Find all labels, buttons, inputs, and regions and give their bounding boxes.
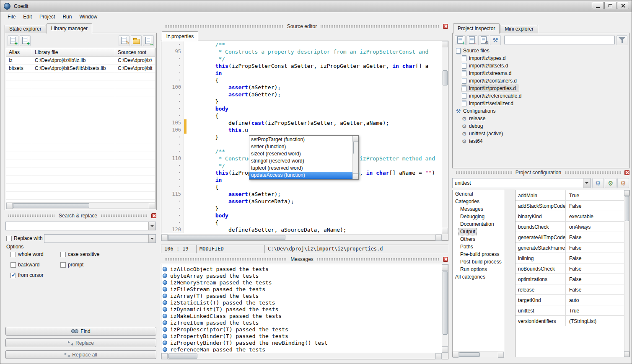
property-value[interactable]: auto	[566, 295, 624, 305]
code-line[interactable]: 105 define(cast(izPropSetter)aSetter, aG…	[161, 119, 442, 126]
maximize-button[interactable]	[604, 2, 616, 9]
messages-close-button[interactable]	[443, 257, 448, 262]
checkbox-box[interactable]	[6, 236, 12, 241]
message-item[interactable]: izStaticList(T) passed the tests	[163, 299, 441, 306]
property-row[interactable]: targetKind auto	[515, 295, 624, 305]
dock-grip[interactable]	[565, 171, 621, 174]
tree-item[interactable]: release	[461, 115, 489, 122]
scroll-left-button[interactable]	[6, 203, 13, 209]
line-number[interactable]: ·	[161, 169, 184, 176]
message-item[interactable]: izAllocObject passed the tests	[163, 266, 441, 272]
property-value[interactable]: False	[566, 274, 624, 284]
code-line[interactable]: 106 this.u	[161, 126, 442, 134]
scroll-right-button[interactable]	[435, 353, 442, 359]
property-row[interactable]: generateStackFrame False	[515, 243, 624, 253]
replace-all-button[interactable]: Replace all	[5, 350, 156, 359]
dock-grip[interactable]	[456, 171, 512, 174]
dropdown-button[interactable]	[148, 222, 155, 230]
code-line[interactable]: · body	[161, 212, 442, 219]
inspector-filter-input[interactable]	[504, 36, 615, 44]
line-number[interactable]: ·	[161, 62, 184, 70]
scroll-right-button[interactable]	[149, 203, 155, 209]
dock-grip[interactable]	[164, 25, 284, 28]
edit-library-button[interactable]	[119, 35, 130, 46]
column-header-library-file[interactable]: Library file	[32, 48, 115, 56]
code-line[interactable]: · */	[161, 55, 442, 62]
property-value[interactable]: False	[566, 232, 624, 242]
right-tab[interactable]: Project inspector	[453, 23, 500, 34]
tree-item[interactable]: import\iz\bitsets.d	[461, 62, 511, 70]
config-category-item[interactable]: Documentation	[458, 220, 496, 228]
editor-vscrollbar[interactable]	[442, 41, 448, 234]
message-item[interactable]: izPropDescriptor(T) passed the tests	[163, 326, 441, 333]
config-category-item[interactable]: Categories	[453, 198, 481, 205]
property-value[interactable]: False	[566, 253, 624, 263]
line-number[interactable]: ·	[161, 141, 184, 148]
scroll-thumb[interactable]	[168, 235, 285, 240]
scroll-thumb[interactable]	[443, 70, 448, 85]
property-grid-vscrollbar[interactable]	[624, 190, 629, 357]
scroll-thumb[interactable]	[353, 142, 354, 154]
tree-item[interactable]: import\iz\containers.d	[461, 77, 520, 85]
line-number[interactable]: ·	[161, 105, 184, 112]
find-button[interactable]: Find	[5, 327, 156, 336]
scroll-left-button[interactable]	[161, 235, 168, 241]
dock-grip[interactable]	[320, 25, 440, 28]
line-number[interactable]: ·	[161, 41, 184, 48]
filter-button[interactable]	[616, 35, 627, 45]
messages-hscrollbar[interactable]	[161, 353, 442, 359]
property-row[interactable]: generateAllTmpCode False	[515, 232, 624, 243]
code-line[interactable]: · }	[161, 98, 442, 105]
right-tab[interactable]: Mini explorer	[500, 25, 538, 33]
completion-scrollbar[interactable]	[352, 136, 358, 179]
property-row[interactable]: addStackStompCode False	[515, 201, 624, 211]
library-table-hscrollbar[interactable]	[6, 202, 155, 209]
search-option-checkbox[interactable]: backward	[10, 262, 60, 268]
menu-item[interactable]: Project	[36, 12, 59, 21]
scroll-thumb[interactable]	[625, 196, 629, 221]
scroll-thumb[interactable]	[459, 352, 480, 357]
add-project-library-button[interactable]	[20, 35, 31, 46]
replace-button[interactable]: Replace	[5, 338, 156, 347]
code-line[interactable]: · {	[161, 183, 442, 191]
completion-item[interactable]: setter (function)	[249, 143, 352, 150]
tree-item[interactable]: import\iz\referencable.d	[461, 92, 525, 100]
checkbox-box[interactable]	[60, 252, 66, 257]
completion-item[interactable]: stringof (reserved word)	[249, 157, 352, 165]
tree-item[interactable]: Configurations	[455, 107, 499, 115]
line-number[interactable]: ·	[161, 98, 184, 105]
config-category-item[interactable]: All categories	[453, 273, 487, 281]
config-category-item[interactable]: Output	[458, 228, 477, 235]
line-number[interactable]: ·	[161, 219, 184, 226]
code-line[interactable]: · /**	[161, 41, 442, 48]
column-header-alias[interactable]: Alias	[6, 48, 32, 56]
menu-item[interactable]: Run	[59, 12, 75, 21]
code-line[interactable]: 100 assert(aSetter);	[161, 84, 442, 91]
search-term-combobox[interactable]	[5, 222, 156, 230]
dock-grip[interactable]	[164, 258, 287, 261]
scroll-left-button[interactable]	[161, 353, 168, 359]
completion-item[interactable]: setPropTarget (function)	[249, 136, 352, 143]
line-number[interactable]: 110	[161, 155, 184, 162]
code-line[interactable]: · in	[161, 70, 442, 77]
menu-item[interactable]: Window	[75, 12, 101, 21]
configuration-combobox[interactable]: unittest	[452, 178, 591, 188]
categories-hscrollbar[interactable]	[453, 351, 504, 357]
add-library-button[interactable]	[8, 35, 18, 46]
code-line[interactable]: · {	[161, 219, 442, 226]
scroll-up-button[interactable]	[442, 264, 448, 271]
code-line[interactable]: · this(izPropSetterConst aSetter, izProp…	[161, 62, 442, 70]
search-option-checkbox[interactable]: prompt	[60, 262, 149, 268]
add-source-button[interactable]	[455, 35, 466, 45]
checkbox-box[interactable]	[10, 252, 16, 257]
library-table-row[interactable]: bitsets C:\Dev\dproj\bitSet\lib\bitsets.…	[6, 65, 155, 72]
checkbox-box[interactable]	[10, 262, 16, 268]
message-item[interactable]: izMakeLinkedClass passed the tests	[163, 312, 441, 319]
message-item[interactable]: izPropertyBinder(T) passed the tests	[163, 333, 441, 339]
line-number[interactable]: ·	[161, 212, 184, 219]
line-number[interactable]: ·	[161, 162, 184, 169]
tree-item[interactable]: Source files	[455, 47, 493, 54]
scroll-down-button[interactable]	[624, 351, 629, 357]
config-category-item[interactable]: Messages	[458, 205, 485, 213]
scroll-thumb[interactable]	[443, 271, 448, 335]
